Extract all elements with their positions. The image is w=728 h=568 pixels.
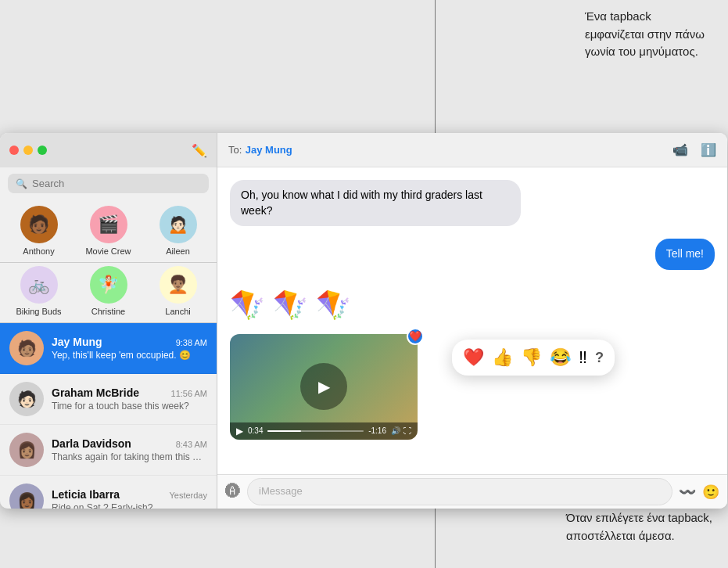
annotation-bottom-text: Όταν επιλέγετε ένα tapback, αποστέλλεται… (566, 509, 712, 545)
avatar-biking: 🚲 (20, 266, 58, 304)
conv-name-leticia: Leticia Ibarra (52, 488, 120, 501)
conv-info-graham: Graham McBride 11:56 AM Time for a touch… (52, 386, 207, 412)
contact-name-lanchi: Lanchi (165, 307, 190, 316)
annotation-top-text: Ένα tapback εμφανίζεται στην πάνω γωνία … (585, 8, 705, 145)
avatar-aileen: 🙍🏻 (160, 206, 197, 243)
sidebar: ✏️ 🔍 🧑🏾 Anthony 🎬 Movie Crew 🙍🏻 Aileen (0, 133, 217, 509)
conv-preview-graham: Time for a touch base this week? (52, 401, 207, 412)
avatar-jay-mung: 🧑🏽 (9, 331, 44, 365)
app-window: ✏️ 🔍 🧑🏾 Anthony 🎬 Movie Crew 🙍🏻 Aileen (0, 133, 727, 509)
emoji-icon[interactable]: 🙂 (702, 484, 719, 501)
tapback-question-icon[interactable]: ? (595, 350, 604, 366)
chat-area: To: Jay Mung 📹 ℹ️ Oh, you know what I di… (217, 133, 727, 509)
conv-time-leticia: Yesterday (169, 491, 207, 500)
conv-item-jay-mung[interactable]: 🧑🏽 Jay Mung 9:38 AM Yep, this'll keep 'e… (0, 323, 217, 374)
pinned-contact-lanchi[interactable]: 🧑🏽‍🦱 Lanchi (151, 266, 206, 316)
search-input[interactable] (32, 178, 201, 189)
messages-area: Oh, you know what I did with my third gr… (217, 167, 727, 474)
avatar-lanchi: 🧑🏽‍🦱 (160, 266, 197, 304)
video-controls: ▶ 0:34 -1:16 🔊 ⛶ (230, 422, 418, 440)
video-message-container: ▶ ▶ 0:34 -1:16 🔊 ⛶ (230, 334, 418, 446)
pinned-contacts-row2: 🚲 Biking Buds 🧚🏻 Christine 🧑🏽‍🦱 Lanchi (0, 263, 217, 323)
video-progress-fill (267, 430, 301, 432)
conversation-list: 🧑🏽 Jay Mung 9:38 AM Yep, this'll keep 'e… (0, 323, 217, 509)
msg-row-kites: 🪁 🪁 🪁 (230, 282, 715, 328)
avatar-movie-crew: 🎬 (90, 206, 127, 243)
chat-titlebar: To: Jay Mung 📹 ℹ️ (217, 133, 727, 167)
conv-item-darla[interactable]: 👩🏽 Darla Davidson 8:43 AM Thanks again f… (0, 425, 217, 476)
avatar-anthony: 🧑🏾 (20, 206, 58, 243)
audio-waveform-icon[interactable]: 〰️ (679, 484, 696, 501)
msg-row-received-1: Oh, you know what I did with my third gr… (230, 180, 715, 232)
tapback-thumbsdown-icon[interactable]: 👎 (521, 347, 542, 368)
input-icons: 〰️ 🙂 (679, 484, 719, 501)
conv-time-darla: 8:43 AM (176, 440, 207, 449)
chat-to-name: Jay Mung (246, 144, 292, 156)
maximize-button[interactable] (38, 146, 47, 155)
conv-header-graham: Graham McBride 11:56 AM (52, 386, 207, 399)
conv-header-darla: Darla Davidson 8:43 AM (52, 437, 207, 450)
conv-preview-darla: Thanks again for taking them this weeken… (52, 451, 207, 462)
conv-info-leticia: Leticia Ibarra Yesterday Ride on Sat.? E… (52, 488, 207, 509)
conv-header-leticia: Leticia Ibarra Yesterday (52, 488, 207, 501)
minimize-button[interactable] (23, 146, 33, 155)
chat-toolbar-icons: 📹 ℹ️ (672, 142, 716, 157)
video-progress-bar[interactable] (267, 430, 364, 432)
sidebar-titlebar: ✏️ (0, 133, 217, 167)
video-time-played: 0:34 (248, 426, 263, 435)
conv-preview-jay-mung: Yep, this'll keep 'em occupied. 😊 (52, 350, 207, 361)
info-icon[interactable]: ℹ️ (701, 142, 716, 157)
conv-info-darla: Darla Davidson 8:43 AM Thanks again for … (52, 437, 207, 462)
avatar-graham: 🧑🏻 (9, 382, 44, 416)
play-icon[interactable]: ▶ (236, 426, 243, 437)
msg-bubble-received-1: Oh, you know what I did with my third gr… (230, 180, 521, 226)
tapback-heart-icon[interactable]: ❤️ (463, 347, 484, 368)
annotation-top-area: Ένα tapback εμφανίζεται στην πάνω γωνία … (219, 0, 728, 145)
video-time-remaining: -1:16 (368, 426, 386, 435)
kite-emojis: 🪁 🪁 🪁 (230, 289, 351, 322)
contact-name-anthony: Anthony (23, 246, 54, 256)
conv-name-jay-mung: Jay Mung (52, 336, 102, 348)
avatar-christine: 🧚🏻 (90, 266, 127, 304)
close-button[interactable] (9, 146, 19, 155)
pinned-contact-biking[interactable]: 🚲 Biking Buds (12, 266, 66, 316)
input-bar: 🅐 iMessage 〰️ 🙂 (217, 474, 727, 509)
message-input[interactable]: iMessage (247, 478, 672, 505)
app-store-icon[interactable]: 🅐 (225, 483, 241, 501)
conv-preview-leticia: Ride on Sat.? Early-ish? (52, 502, 207, 509)
conv-name-graham: Graham McBride (52, 386, 139, 399)
search-bar: 🔍 (8, 174, 209, 193)
msg-bubble-sent-1: Tell me! (655, 239, 715, 270)
conv-item-graham[interactable]: 🧑🏻 Graham McBride 11:56 AM Time for a to… (0, 374, 217, 425)
conv-item-leticia[interactable]: 👩🏾 Leticia Ibarra Yesterday Ride on Sat.… (0, 476, 217, 509)
pinned-contact-christine[interactable]: 🧚🏻 Christine (81, 266, 136, 316)
conv-info-jay-mung: Jay Mung 9:38 AM Yep, this'll keep 'em o… (52, 336, 207, 361)
conv-time-graham: 11:56 AM (171, 389, 207, 398)
avatar-leticia: 👩🏾 (9, 484, 44, 509)
tapback-exclaim-icon[interactable]: ‼️ (579, 347, 587, 368)
fullscreen-icon[interactable]: ⛶ (403, 426, 411, 435)
pinned-contact-aileen[interactable]: 🙍🏻 Aileen (151, 206, 206, 256)
msg-row-sent-1: Tell me! (230, 239, 715, 276)
chat-to-label: To: (228, 144, 242, 156)
avatar-darla: 👩🏽 (9, 433, 44, 467)
search-icon: 🔍 (16, 178, 27, 189)
conv-header-jay-mung: Jay Mung 9:38 AM (52, 336, 207, 348)
contact-name-christine: Christine (91, 307, 125, 316)
contact-name-aileen: Aileen (166, 246, 190, 256)
tapback-thumbsup-icon[interactable]: 👍 (492, 347, 513, 368)
pinned-contact-anthony[interactable]: 🧑🏾 Anthony (12, 206, 66, 256)
pinned-contacts-row1: 🧑🏾 Anthony 🎬 Movie Crew 🙍🏻 Aileen (0, 200, 217, 263)
traffic-lights (9, 146, 47, 155)
compose-button[interactable]: ✏️ (192, 143, 207, 158)
pinned-contact-movie-crew[interactable]: 🎬 Movie Crew (81, 206, 136, 256)
conv-time-jay-mung: 9:38 AM (176, 338, 207, 347)
conv-name-darla: Darla Davidson (52, 437, 131, 450)
video-player[interactable]: ▶ ▶ 0:34 -1:16 🔊 ⛶ (230, 334, 418, 440)
tapback-laugh-icon[interactable]: 😂 (550, 347, 571, 368)
video-call-icon[interactable]: 📹 (672, 142, 688, 157)
video-extra-icons: 🔊 ⛶ (391, 426, 411, 435)
volume-icon[interactable]: 🔊 (391, 426, 400, 435)
tapback-heart-indicator: ❤️ (407, 328, 424, 345)
contact-name-movie-crew: Movie Crew (85, 246, 131, 256)
